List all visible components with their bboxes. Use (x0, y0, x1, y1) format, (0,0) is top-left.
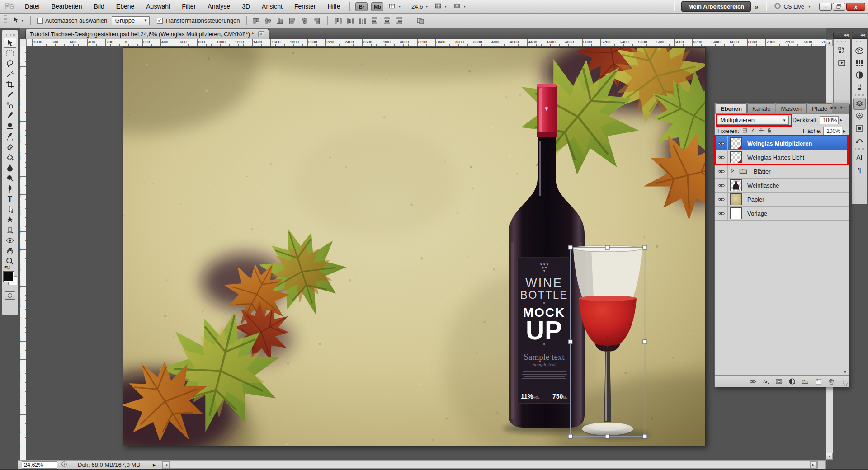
foreground-color-swatch[interactable] (4, 272, 14, 282)
tool-rotate-3d[interactable] (4, 225, 16, 235)
dock-icon-history[interactable] (835, 44, 848, 56)
visibility-eye-icon[interactable] (715, 179, 728, 192)
dock-icon-paths[interactable] (853, 134, 866, 146)
dock-a-collapse-header[interactable]: ◀◀ (833, 32, 850, 39)
align-left-button[interactable] (287, 16, 298, 26)
workspace-more-chevrons[interactable]: » (755, 3, 758, 10)
panel-tab-kan-le[interactable]: Kanäle (747, 103, 775, 113)
dist-top-button[interactable] (333, 16, 344, 26)
panel-tab-pfade[interactable]: Pfade (807, 103, 832, 113)
dock-icon-styles[interactable] (853, 69, 866, 81)
tool-rect-marquee[interactable] (4, 48, 16, 58)
dist-hcenter-button[interactable] (382, 16, 392, 26)
tool-custom-shape[interactable] (4, 214, 16, 225)
vertical-ruler[interactable]: 0200400600800100012001400160018002000220… (20, 46, 26, 460)
lock-position-icon[interactable] (758, 127, 764, 135)
resize-grip[interactable] (817, 461, 826, 469)
visibility-eye-icon[interactable] (715, 207, 728, 220)
tool-move[interactable] (4, 38, 16, 48)
screen-mode-button[interactable]: ▼ (453, 2, 466, 11)
layer-thumbnail[interactable] (730, 151, 742, 163)
mask-button[interactable] (774, 377, 783, 386)
dock-icon-paragraph[interactable]: ¶ (853, 163, 866, 175)
show-transform-controls-checkbox[interactable]: ✓ (157, 18, 163, 24)
restore-button[interactable] (833, 3, 845, 11)
align-right-button[interactable] (311, 16, 322, 26)
document-tab[interactable]: Tutorial Tischset-Design gestalten.psd b… (25, 29, 269, 39)
swap-colors-icon[interactable]: ◩⤸ (4, 265, 10, 270)
auto-select-target-dropdown[interactable]: Gruppe ▼ (112, 16, 150, 25)
layer-thumbnail[interactable] (730, 179, 742, 191)
horizontal-ruler[interactable]: 1000800600400200020040060080010001200140… (26, 39, 826, 46)
auto-select-checkbox[interactable] (37, 18, 43, 24)
layer-thumbnail[interactable] (730, 207, 742, 219)
tool-preset-picker[interactable]: ▼ (12, 16, 24, 25)
workspace-button[interactable]: Mein Arbeitsbereich (681, 1, 751, 12)
dock-icon-color[interactable] (853, 44, 866, 56)
layer-row-papier[interactable]: Papier (715, 193, 849, 207)
scroll-left-button[interactable]: ◀ (163, 461, 170, 468)
panel-resize-grip[interactable] (843, 381, 848, 386)
minimize-button[interactable]: – (819, 3, 832, 11)
tool-history-brush[interactable] (4, 131, 16, 141)
trash-button[interactable] (827, 377, 836, 386)
dock-icon-character[interactable]: A (853, 151, 866, 163)
tool-zoom[interactable] (4, 256, 16, 266)
align-hcenter-button[interactable] (299, 16, 310, 26)
layer-row-vorlage[interactable]: Vorlage (715, 207, 849, 221)
tool-blur[interactable] (4, 162, 16, 173)
menu-datei[interactable]: Datei (19, 0, 46, 13)
panel-tab-masken[interactable]: Masken (776, 103, 807, 113)
dock-b-collapse-header[interactable]: ◀◀ (852, 32, 867, 39)
fx-button[interactable]: fx (761, 377, 770, 386)
menu-3d[interactable]: 3D (236, 0, 256, 13)
tool-healing-brush[interactable] (4, 100, 16, 110)
tool-eraser[interactable] (4, 141, 16, 152)
panel-collapse-icon[interactable]: ▶▶ (830, 105, 838, 110)
panel-tab-ebenen[interactable]: Ebenen (716, 103, 747, 113)
lock-transparency-icon[interactable] (741, 127, 748, 135)
menu-hilfe[interactable]: Hilfe (321, 0, 346, 13)
tool-clone-stamp[interactable] (4, 121, 16, 131)
new-layer-button[interactable] (814, 377, 823, 386)
view-extras-button[interactable]: ▼ (388, 2, 401, 11)
document-canvas[interactable]: ▼ ▼▼▼ ▼▼ ▼ WINE BOTTLE ◆ MOCK UP ◆ Sampl… (123, 48, 705, 446)
panel-menu-icon[interactable]: ▼≡ (840, 105, 847, 110)
visibility-eye-icon[interactable] (715, 150, 728, 164)
zoom-field[interactable]: 24,62% (22, 461, 57, 469)
menu-auswahl[interactable]: Auswahl (140, 0, 176, 13)
menu-analyse[interactable]: Analyse (202, 0, 236, 13)
bridge-button[interactable]: Br (355, 2, 368, 11)
scroll-right-button[interactable]: ▶ (810, 461, 817, 468)
close-button[interactable]: x (846, 3, 865, 11)
quick-mask-button[interactable] (5, 291, 15, 300)
menu-filter[interactable]: Filter (176, 0, 202, 13)
dist-right-button[interactable] (394, 16, 405, 26)
adjustment-button[interactable] (788, 377, 797, 386)
tool-path-selection[interactable] (4, 204, 16, 214)
options-grip[interactable] (4, 15, 7, 26)
layer-row-weinflasche[interactable]: Weinflasche (715, 179, 849, 193)
ruler-corner[interactable] (20, 39, 26, 46)
layer-thumbnail[interactable] (730, 137, 742, 149)
tool-pen[interactable] (4, 183, 16, 193)
menu-bild[interactable]: Bild (88, 0, 110, 13)
menu-fenster[interactable]: Fenster (288, 0, 321, 13)
visibility-eye-icon[interactable] (715, 193, 728, 206)
dock-icon-swatches[interactable] (853, 56, 866, 69)
layer-thumbnail[interactable] (730, 193, 742, 205)
blend-mode-dropdown[interactable]: Multiplizieren ▼ (717, 116, 789, 125)
arrange-documents-button[interactable]: ▼ (434, 2, 447, 11)
visibility-eye-icon[interactable] (715, 164, 728, 178)
layer-row-weinglas-multiplizieren[interactable]: Weinglas Multiplizieren (715, 136, 849, 150)
menu-ebene[interactable]: Ebene (110, 0, 140, 13)
tool-eyedropper[interactable] (4, 89, 16, 100)
list-scroll-down-icon[interactable]: ▼ (843, 370, 847, 374)
scroll-up-button[interactable]: ▲ (826, 39, 833, 46)
auto-align-button[interactable] (415, 16, 426, 26)
canvas-viewport[interactable]: ▼ ▼▼▼ ▼▼ ▼ WINE BOTTLE ◆ MOCK UP ◆ Sampl… (26, 46, 826, 460)
visibility-eye-icon[interactable] (715, 136, 728, 150)
tools-grip[interactable] (5, 34, 15, 36)
layer-row-weinglas-hartes-licht[interactable]: Weinglas Hartes Licht (715, 150, 849, 164)
dock-icon-layers[interactable] (853, 98, 866, 110)
